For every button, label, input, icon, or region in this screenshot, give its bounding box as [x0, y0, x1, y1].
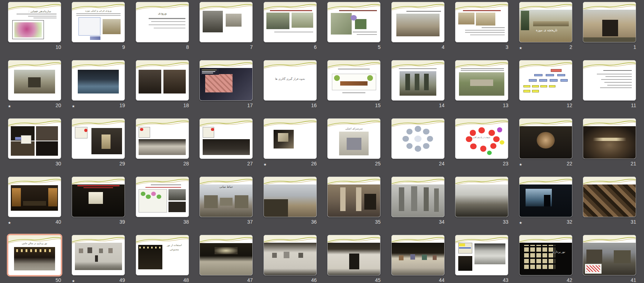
slide-art-block [597, 74, 631, 74]
slide-art-block [476, 13, 495, 26]
slide-cell: 35 [322, 177, 386, 225]
animation-star-icon: ★ [519, 221, 523, 225]
slide-thumbnail-10[interactable]: سازماندهی فضایی : [8, 2, 61, 42]
slide-thumbnail-45[interactable] [327, 235, 380, 275]
slide-thumbnail-6[interactable] [264, 2, 317, 42]
slide-thumbnail-18[interactable] [136, 60, 189, 101]
slide-thumbnail-5[interactable] [327, 2, 380, 42]
slide-art-block [292, 13, 313, 28]
slide-art-block [168, 202, 186, 212]
slide-art-block [33, 18, 57, 18]
slide-cell: 28 [130, 118, 194, 166]
slide-art-block [488, 130, 495, 136]
slide-thumbnail-38[interactable] [136, 177, 189, 217]
slide-thumbnail-30[interactable] [8, 118, 61, 159]
slide-thumbnail-29[interactable] [72, 118, 125, 159]
slide-thumbnail-26[interactable] [264, 118, 317, 159]
slide-art-block [215, 247, 238, 254]
slide-thumbnail-50[interactable]: نور پردازی در سالن جانبی [8, 235, 61, 275]
slide-thumbnail-34[interactable] [391, 177, 445, 217]
slide-art-block [48, 188, 57, 206]
slide-thumbnail-35[interactable] [327, 177, 380, 217]
slide-thumbnail-11[interactable] [583, 60, 636, 101]
slide-thumbnail-24[interactable] [391, 118, 445, 159]
slide-footer: 50 [8, 277, 61, 283]
slide-number: 9 [122, 44, 125, 50]
slide-content-area [264, 235, 316, 275]
slide-thumbnail-21[interactable] [583, 118, 636, 159]
slide-thumbnail-47[interactable] [199, 235, 253, 275]
slide-thumbnail-36[interactable] [264, 177, 317, 217]
slide-art-block [459, 247, 470, 248]
slide-cell: ★ 32 [514, 177, 578, 225]
slide-thumbnail-32[interactable] [519, 177, 572, 217]
slide-cell: نور پردازی در سالن جانبی 50 [3, 235, 67, 283]
slide-art-block [347, 138, 361, 150]
slide-footer: 48 [136, 277, 189, 283]
animation-star-icon: ★ [519, 46, 523, 50]
slide-art-block [331, 13, 352, 35]
slide-thumbnail-37[interactable]: حیاط میانی [199, 177, 253, 217]
slide-thumbnail-39[interactable] [72, 177, 125, 217]
slide-thumbnail-9[interactable]: ورودی فرعی و اصلی موزه [72, 2, 125, 42]
slide-thumbnail-25[interactable]: سرسرای اصلی [327, 118, 380, 159]
slide-footer: 46 [264, 277, 317, 283]
slide-footer: ★ 20 [8, 102, 61, 108]
slide-thumbnail-1[interactable] [583, 2, 636, 42]
slide-content-area [583, 177, 636, 217]
slide-thumbnail-42[interactable]: نور پردازی [519, 235, 572, 275]
slide-art-block [539, 79, 547, 82]
slide-number: 37 [247, 219, 253, 225]
slide-thumbnail-15[interactable] [327, 60, 380, 101]
slide-thumbnail-13[interactable] [455, 60, 508, 101]
slide-thumbnail-12[interactable] [519, 60, 572, 101]
slide-art-block [145, 187, 181, 188]
slide-thumbnail-22[interactable] [519, 118, 572, 159]
slide-content-area [72, 119, 125, 159]
slide-thumbnail-8[interactable]: ورودی [136, 2, 189, 42]
slide-art-block [79, 248, 83, 253]
slide-art-block [78, 70, 119, 94]
slide-art-block [14, 22, 42, 37]
slide-art-block [139, 139, 186, 155]
slide-thumbnail-27[interactable] [199, 118, 253, 159]
slide-number: 28 [183, 161, 189, 166]
slide-art-block [202, 70, 217, 70]
slide-thumbnail-44[interactable] [391, 235, 445, 275]
slide-art-block [75, 243, 122, 270]
slide-content-area [8, 177, 61, 217]
slide-art-block [537, 132, 555, 149]
slide-cell: سازماندهی فضایی : 10 [3, 2, 67, 50]
slide-thumbnail-48[interactable]: استفاده از نورمصنوعی [136, 235, 189, 275]
slide-thumbnail-2[interactable]: تاریخچه ی موزه [519, 2, 572, 42]
slide-thumbnail-16[interactable]: نحوه قرار گیری گالری ها [264, 60, 317, 101]
slide-cell: سرسرای اصلی 25 [322, 118, 386, 166]
slide-cell: 33 [450, 177, 514, 225]
slide-footer: 9 [72, 44, 125, 50]
slide-thumbnail-33[interactable] [455, 177, 508, 217]
slide-thumbnail-3[interactable] [455, 2, 508, 42]
slide-thumbnail-7[interactable] [199, 2, 253, 42]
slide-content-area [72, 60, 125, 100]
slide-thumbnail-46[interactable] [264, 235, 317, 275]
slide-thumbnail-43[interactable] [455, 235, 508, 275]
slide-art-block [89, 192, 103, 204]
slide-thumbnail-14[interactable] [391, 60, 445, 101]
slide-art-block [264, 243, 316, 275]
slide-thumbnail-19[interactable] [72, 60, 125, 101]
slide-thumbnail-17[interactable] [199, 60, 253, 101]
slide-thumbnail-23[interactable]: استفاده از رنگ های گالری ها [455, 118, 508, 159]
slide-art-block [600, 87, 632, 88]
slide-thumbnail-31[interactable] [583, 177, 636, 217]
slide-thumbnail-41[interactable] [583, 235, 636, 275]
slide-thumbnail-49[interactable] [72, 235, 125, 275]
slide-content-area [200, 60, 252, 100]
slide-footer: 16 [264, 102, 317, 108]
slide-art-block [102, 134, 111, 149]
slide-thumbnail-4[interactable] [391, 2, 445, 42]
slide-cell: 11 [578, 60, 642, 108]
slide-thumbnail-20[interactable] [8, 60, 61, 101]
slide-footer: 31 [583, 219, 636, 225]
slide-thumbnail-40[interactable] [8, 177, 61, 217]
slide-thumbnail-28[interactable] [136, 118, 189, 159]
